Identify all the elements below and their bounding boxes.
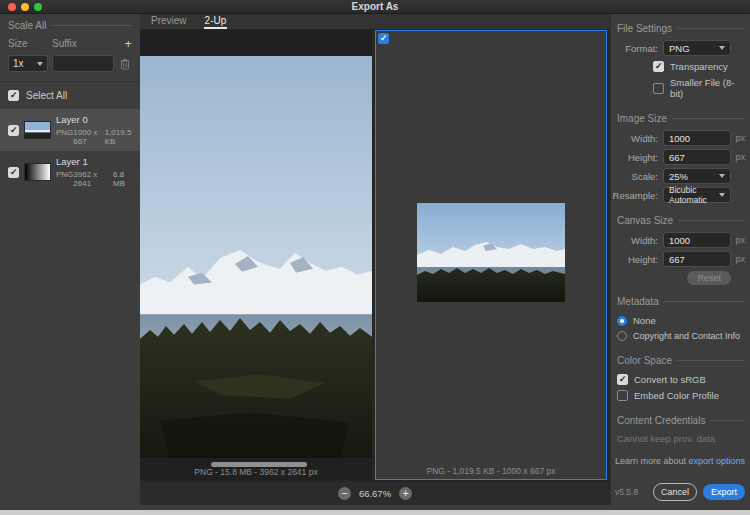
header-rule [677,28,745,29]
embed-profile-checkbox[interactable] [617,390,628,401]
metadata-header: Metadata [617,296,659,307]
metadata-copyright-radio[interactable] [617,331,627,341]
export-button[interactable]: Export [703,484,745,500]
layer-0-thumbnail [24,121,51,139]
layer-format: PNG [56,128,73,146]
zoom-out-button[interactable]: − [338,487,351,500]
color-space-header: Color Space [617,355,672,366]
canvas-width-input[interactable]: 1000 [663,232,731,248]
preview-tabs: Preview 2-Up [140,14,610,29]
header-rule [677,360,745,361]
settings-panel: File Settings Format: PNG Transparency S… [610,14,750,505]
canvas-height-label: Height: [611,254,663,265]
scale-all-header: Scale All [8,20,46,31]
embed-profile-label: Embed Color Profile [634,390,719,401]
scale-label: Scale: [611,171,663,182]
smaller-file-label: Smaller File (8-bit) [670,77,744,99]
zoom-controls: − 66.67% + [140,482,610,505]
export-caption: PNG - 1,019.5 KB - 1000 x 667 px [376,466,606,476]
chevron-down-icon [719,193,725,197]
original-caption: PNG - 15.8 MB - 3962 x 2641 px [140,467,372,477]
content-credentials-status: Cannot keep prov. data [617,433,744,444]
layer-name: Layer 0 [56,114,136,125]
height-input[interactable]: 667 [663,149,731,165]
scale-all-panel: Scale All Size Suffix + 1x [0,14,140,505]
select-all-label: Select All [26,90,67,101]
layer-dimensions: 3962 x 2641 [73,170,113,188]
select-all-checkbox[interactable] [8,90,19,101]
format-label: Format: [611,43,663,54]
transparency-checkbox[interactable] [653,61,664,72]
image-size-header: Image Size [617,113,667,124]
convert-srgb-checkbox[interactable] [617,374,628,385]
minimize-button[interactable] [21,3,29,11]
zoom-in-button[interactable]: + [399,487,412,500]
header-rule [678,220,745,221]
layer-row-0[interactable]: Layer 0 PNG 1000 x 667 1,019.5 KB [0,109,140,151]
window-title: Export As [352,1,399,12]
version-label: v5.5.8 [615,487,638,497]
resample-select[interactable]: Bicubic Automatic [663,187,731,203]
header-rule [664,301,745,302]
size-label: Size [8,38,52,49]
px-unit: px [731,152,745,162]
scale-select-right[interactable]: 25% [663,168,731,184]
canvas-height-input[interactable]: 667 [663,251,731,267]
metadata-copyright-label: Copyright and Contact Info [633,331,740,341]
metadata-none-radio[interactable] [617,316,627,326]
titlebar: Export As [0,0,750,14]
original-image [140,56,372,458]
suffix-input[interactable] [52,55,114,72]
layer-row-1[interactable]: Layer 1 PNG 3962 x 2641 6.8 MB [0,151,140,193]
export-image [417,203,565,302]
layer-name: Layer 1 [56,156,136,167]
format-select[interactable]: PNG [663,40,731,56]
preview-area: Preview 2-Up [140,14,610,505]
reset-button[interactable]: Reset [687,271,731,285]
layer-dimensions: 1000 x 667 [73,128,104,146]
scale-select[interactable]: 1x [8,55,48,72]
window-bottom-edge [0,510,750,515]
header-rule [51,25,132,26]
zoom-level: 66.67% [359,488,391,499]
resample-label: Resample: [611,190,663,201]
smaller-file-checkbox[interactable] [653,83,664,94]
metadata-none-label: None [633,315,656,326]
export-as-dialog: Export As Scale All Size Suffix + 1x [0,0,750,515]
convert-srgb-label: Convert to sRGB [634,374,706,385]
chevron-down-icon [719,174,725,178]
layer-1-thumbnail [24,163,51,181]
px-unit: px [731,254,745,264]
layer-0-checkbox[interactable] [8,125,19,136]
transparency-label: Transparency [670,61,728,72]
trash-icon[interactable] [118,56,132,71]
width-input[interactable]: 1000 [663,130,731,146]
traffic-lights [8,3,42,11]
suffix-label: Suffix [52,38,124,49]
file-settings-header: File Settings [617,23,672,34]
layer-format: PNG [56,170,73,188]
chevron-down-icon [37,62,43,66]
cancel-button[interactable]: Cancel [653,483,697,501]
zoom-window-button[interactable] [34,3,42,11]
header-rule [710,420,745,421]
chevron-down-icon [719,46,725,50]
add-scale-button[interactable]: + [124,39,132,49]
tab-preview[interactable]: Preview [150,14,188,29]
height-label: Height: [611,152,663,163]
layer-filesize: 6.8 MB [113,170,136,188]
content-credentials-header: Content Credentials [617,415,705,426]
export-options-link[interactable]: export options [689,456,746,466]
original-pane[interactable]: PNG - 15.8 MB - 3962 x 2641 px [140,30,372,480]
close-button[interactable] [8,3,16,11]
learn-more-text: Learn more about export options [615,456,746,466]
layer-filesize: 1,019.5 KB [105,128,136,146]
tab-2up[interactable]: 2-Up [204,14,228,29]
dialog-footer: v5.5.8 Cancel Export [615,483,745,501]
layer-1-checkbox[interactable] [8,167,19,178]
canvas-width-label: Width: [611,235,663,246]
export-pane-checkbox[interactable] [378,33,389,44]
canvas-size-header: Canvas Size [617,215,673,226]
header-rule [672,118,745,119]
export-pane[interactable]: PNG - 1,019.5 KB - 1000 x 667 px [375,30,607,480]
